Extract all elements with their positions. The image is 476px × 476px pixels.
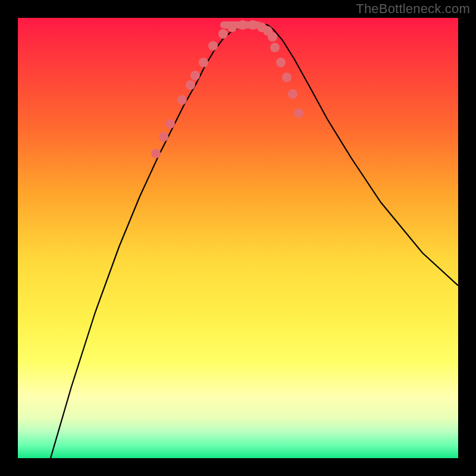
watermark-text: TheBottleneck.com bbox=[356, 1, 470, 17]
marker-dot bbox=[165, 119, 175, 129]
marker-dot bbox=[294, 108, 303, 118]
marker-dot bbox=[199, 58, 208, 67]
marker-dots bbox=[151, 20, 303, 158]
marker-dot bbox=[151, 149, 161, 158]
marker-dot bbox=[268, 32, 277, 42]
chart-svg bbox=[18, 18, 458, 458]
marker-dot bbox=[190, 71, 200, 80]
marker-dot bbox=[288, 89, 298, 99]
chart-frame: TheBottleneck.com bbox=[0, 0, 476, 476]
marker-dot bbox=[208, 41, 218, 51]
marker-dot bbox=[227, 23, 237, 32]
plot-area bbox=[18, 18, 458, 458]
marker-dot bbox=[282, 73, 292, 82]
marker-dot bbox=[276, 58, 286, 67]
marker-dot bbox=[218, 29, 228, 39]
marker-dot bbox=[186, 80, 195, 90]
marker-dot bbox=[159, 132, 168, 142]
marker-dot bbox=[270, 43, 280, 52]
marker-dot bbox=[238, 20, 248, 30]
marker-dot bbox=[248, 20, 258, 30]
marker-dot bbox=[177, 95, 187, 105]
bottleneck-curve bbox=[51, 23, 458, 458]
